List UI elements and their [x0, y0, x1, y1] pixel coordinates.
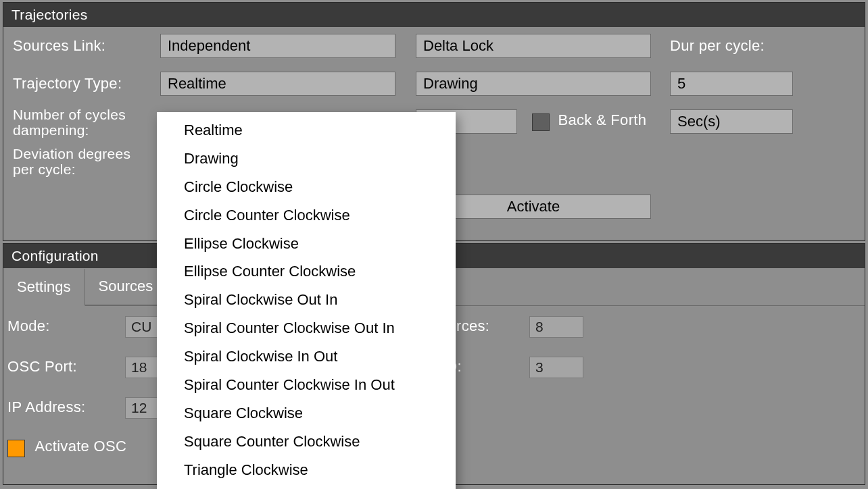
- activate-osc-label: Activate OSC: [34, 438, 126, 455]
- dropdown-item-square-ccw[interactable]: Square Counter Clockwise: [157, 428, 456, 456]
- dropdown-item-realtime[interactable]: Realtime: [157, 116, 456, 145]
- num-cycles-label-l2: dampening:: [13, 122, 89, 138]
- dropdown-item-ellipse-ccw[interactable]: Ellipse Counter Clockwise: [157, 257, 456, 286]
- back-forth-checkbox-wrap: Back & Forth: [532, 112, 646, 131]
- num-cycles-label: Number of cycles dampening:: [13, 107, 155, 138]
- deviation-label-l2: per cycle:: [13, 161, 76, 177]
- dropdown-item-spiral-ccw-io[interactable]: Spiral Counter Clockwise In Out: [157, 371, 456, 399]
- activate-osc-checkbox[interactable]: [7, 440, 25, 457]
- dropdown-item-ellipse-cw[interactable]: Ellipse Clockwise: [157, 230, 456, 258]
- deviation-label-l1: Deviation degrees: [13, 146, 130, 161]
- trajectory-type-alt-select[interactable]: Drawing: [416, 72, 651, 96]
- sources-link-label: Sources Link:: [13, 38, 155, 53]
- trajectory-type-dropdown[interactable]: Realtime Drawing Circle Clockwise Circle…: [157, 112, 456, 489]
- first-source-id-input[interactable]: 3: [529, 357, 583, 378]
- dur-per-cycle-input[interactable]: 5: [670, 72, 793, 96]
- deviation-label: Deviation degrees per cycle:: [13, 146, 155, 177]
- sources-count-input[interactable]: 8: [529, 316, 583, 338]
- delta-lock-select[interactable]: Delta Lock: [416, 34, 651, 58]
- dropdown-item-spiral-cw-io[interactable]: Spiral Clockwise In Out: [157, 342, 456, 371]
- tab-sources[interactable]: Sources: [85, 268, 168, 305]
- activate-osc-wrap: Activate OSC: [7, 438, 126, 457]
- units-select[interactable]: Sec(s): [670, 109, 793, 134]
- dropdown-item-spiral-cw-oi[interactable]: Spiral Clockwise Out In: [157, 286, 456, 314]
- mode-label: Mode:: [7, 318, 50, 334]
- dropdown-item-triangle-cw[interactable]: Triangle Clockwise: [157, 456, 456, 484]
- dropdown-item-circle-ccw[interactable]: Circle Counter Clockwise: [157, 201, 456, 230]
- trajectory-type-label: Trajectory Type:: [13, 76, 155, 91]
- sources-link-select[interactable]: Independent: [160, 34, 395, 58]
- tab-settings[interactable]: Settings: [3, 269, 85, 306]
- dropdown-item-square-cw[interactable]: Square Clockwise: [157, 399, 456, 428]
- dropdown-item-spiral-ccw-oi[interactable]: Spiral Counter Clockwise Out In: [157, 314, 456, 342]
- back-forth-checkbox[interactable]: [532, 113, 550, 131]
- num-cycles-label-l1: Number of cycles: [13, 107, 126, 122]
- dropdown-item-triangle-ccw[interactable]: Triangle Counter Clockwise: [157, 484, 456, 489]
- dur-per-cycle-label: Dur per cycle:: [670, 38, 765, 53]
- trajectories-panel-title: Trajectories: [3, 3, 865, 27]
- dropdown-item-drawing[interactable]: Drawing: [157, 145, 456, 173]
- ip-address-label: IP Address:: [7, 399, 85, 415]
- osc-port-label: OSC Port:: [7, 359, 77, 374]
- back-forth-label: Back & Forth: [558, 111, 646, 128]
- trajectory-type-select[interactable]: Realtime: [160, 72, 395, 96]
- dropdown-item-circle-cw[interactable]: Circle Clockwise: [157, 173, 456, 201]
